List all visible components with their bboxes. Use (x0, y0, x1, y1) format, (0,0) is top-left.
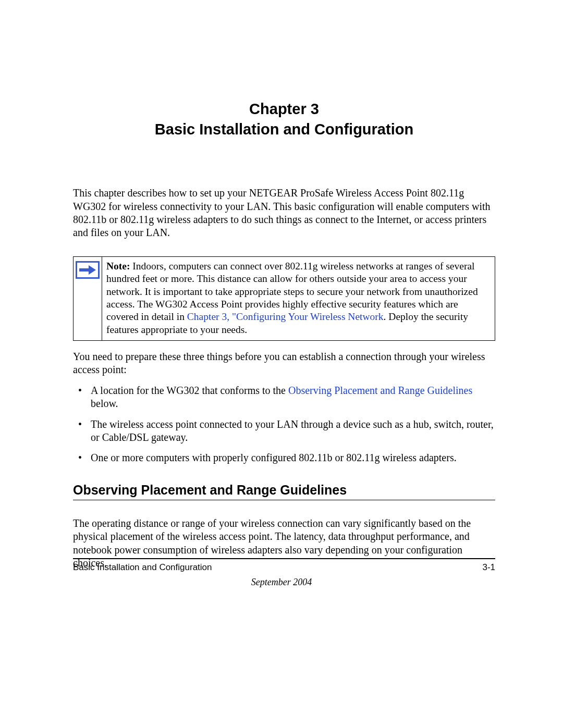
svg-marker-0 (79, 265, 96, 275)
list-item: A location for the WG302 that conforms t… (73, 384, 495, 411)
footer-left: Basic Installation and Configuration (73, 562, 212, 573)
bullet-1-pre: A location for the WG302 that conforms t… (91, 385, 288, 396)
footer-rule (73, 558, 495, 559)
footer-page-number: 3-1 (482, 562, 495, 573)
note-link[interactable]: Chapter 3, "Configuring Your Wireless Ne… (187, 311, 384, 322)
note-label: Note: (106, 261, 130, 272)
chapter-name: Basic Installation and Configuration (155, 121, 413, 138)
bullet-1-link[interactable]: Observing Placement and Range Guidelines (288, 385, 472, 396)
footer-line: Basic Installation and Configuration 3-1 (73, 562, 495, 573)
prep-list: A location for the WG302 that conforms t… (73, 384, 495, 465)
note-box: Note: Indoors, computers can connect ove… (73, 256, 495, 341)
intro-paragraph: This chapter describes how to set up you… (73, 187, 495, 240)
section-heading: Observing Placement and Range Guidelines (73, 483, 495, 500)
page-footer: Basic Installation and Configuration 3-1 (73, 558, 495, 573)
page-content: Chapter 3 Basic Installation and Configu… (0, 0, 563, 570)
note-text: Note: Indoors, computers can connect ove… (102, 256, 495, 340)
list-item: The wireless access point connected to y… (73, 418, 495, 445)
arrow-right-icon (76, 261, 100, 279)
footer-date: September 2004 (0, 577, 563, 588)
note-icon-cell (74, 256, 102, 340)
list-item: One or more computers with properly conf… (73, 451, 495, 464)
prep-intro: You need to prepare these three things b… (73, 350, 495, 377)
bullet-1-post: below. (91, 398, 118, 409)
chapter-number: Chapter 3 (249, 101, 319, 117)
chapter-title: Chapter 3 Basic Installation and Configu… (73, 99, 495, 140)
